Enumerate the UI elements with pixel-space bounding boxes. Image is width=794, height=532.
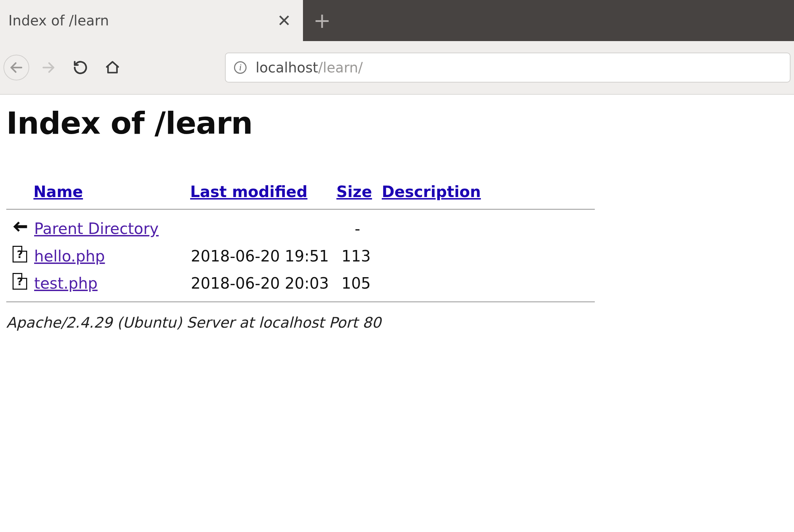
table-row: hello.php 2018-06-20 19:51 113: [6, 242, 390, 269]
directory-listing: Name Last modified Size Description Pare…: [6, 179, 788, 302]
cell-size: 105: [335, 269, 377, 297]
tab-title: Index of /learn: [8, 13, 272, 29]
table-row: Parent Directory -: [6, 214, 390, 242]
reload-button[interactable]: [68, 55, 93, 80]
url-path: /learn/: [318, 60, 363, 76]
page-body: Index of /learn Name Last modified Size …: [0, 95, 794, 331]
cell-modified: 2018-06-20 20:03: [185, 269, 335, 297]
new-tab-button[interactable]: +: [303, 0, 341, 41]
sort-modified-link[interactable]: Last modified: [190, 183, 308, 201]
back-button[interactable]: [3, 55, 29, 80]
arrow-right-icon: [41, 60, 56, 75]
file-link[interactable]: hello.php: [34, 247, 105, 265]
unknown-file-icon: [13, 273, 27, 290]
forward-button[interactable]: [36, 55, 61, 80]
back-folder-icon: [13, 218, 27, 235]
cell-description: [377, 242, 390, 269]
cell-modified: [185, 214, 335, 242]
close-tab-icon[interactable]: ✕: [277, 11, 295, 30]
cell-size: 113: [335, 242, 377, 269]
parent-directory-link[interactable]: Parent Directory: [34, 220, 159, 237]
reload-icon: [73, 60, 88, 75]
cell-size: -: [335, 214, 377, 242]
toolbar: i localhost/learn/: [0, 41, 794, 95]
sort-description-link[interactable]: Description: [382, 183, 481, 201]
table-row: test.php 2018-06-20 20:03 105: [6, 269, 390, 297]
home-icon: [105, 60, 120, 75]
header-row: Name Last modified Size Description: [6, 179, 487, 204]
arrow-left-icon: [9, 60, 24, 75]
active-tab[interactable]: Index of /learn ✕: [0, 0, 303, 41]
page-title: Index of /learn: [6, 105, 788, 141]
tab-strip: Index of /learn ✕ +: [0, 0, 794, 41]
sort-name-link[interactable]: Name: [33, 183, 83, 201]
listing-top-rule: [6, 209, 595, 210]
cell-modified: 2018-06-20 19:51: [185, 242, 335, 269]
listing-bottom-rule: [6, 302, 595, 302]
url-bar[interactable]: i localhost/learn/: [225, 53, 791, 83]
sort-size-link[interactable]: Size: [336, 183, 372, 201]
cell-description: [377, 214, 390, 242]
home-button[interactable]: [100, 55, 125, 80]
file-link[interactable]: test.php: [34, 274, 98, 292]
url-text: localhost/learn/: [256, 60, 363, 76]
site-info-icon[interactable]: i: [234, 61, 247, 74]
unknown-file-icon: [13, 246, 27, 263]
server-signature: Apache/2.4.29 (Ubuntu) Server at localho…: [6, 314, 788, 331]
cell-description: [377, 269, 390, 297]
url-host: localhost: [256, 60, 318, 76]
